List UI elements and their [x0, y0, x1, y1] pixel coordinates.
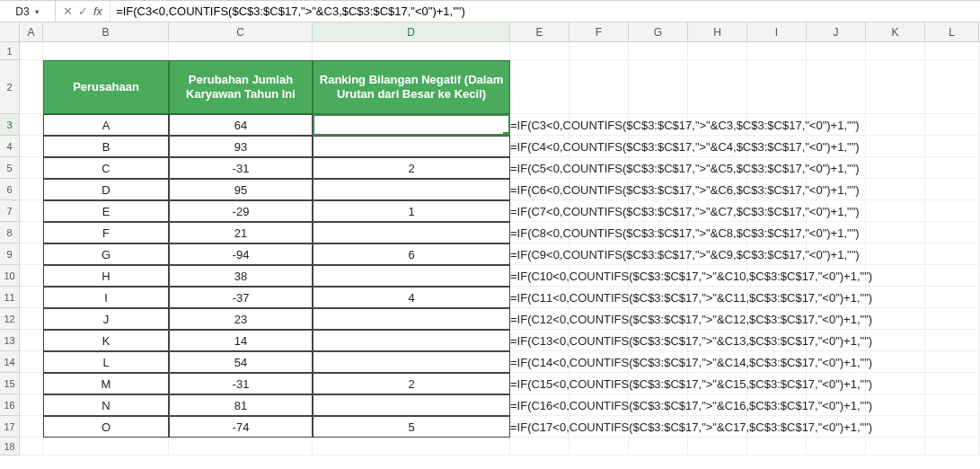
cell-A13[interactable] [20, 330, 43, 351]
cell-A10[interactable] [20, 265, 43, 287]
cell-L16[interactable] [925, 394, 979, 416]
col-header-I[interactable]: I [747, 22, 807, 41]
cell-C8[interactable]: 21 [169, 222, 313, 243]
cell-D14[interactable] [313, 351, 510, 373]
cell-K11[interactable] [866, 287, 925, 308]
cell-L11[interactable] [925, 287, 979, 308]
cell-I18[interactable] [747, 438, 807, 456]
cell-K7[interactable] [866, 200, 925, 222]
cell-D18[interactable] [313, 438, 510, 456]
cell-K6[interactable] [866, 179, 925, 200]
cell-C5[interactable]: -31 [169, 157, 313, 179]
cell-A2[interactable] [20, 60, 43, 114]
cell-L14[interactable] [925, 351, 979, 373]
row-header-14[interactable]: 14 [0, 351, 19, 373]
cell-C14[interactable]: 54 [169, 351, 313, 373]
cell-B1[interactable] [43, 42, 169, 60]
cell-B5[interactable]: C [43, 157, 169, 179]
cell-C17[interactable]: -74 [169, 416, 313, 438]
cell-J1[interactable] [807, 42, 866, 60]
cell-K3[interactable] [866, 114, 925, 136]
table-header-ranking[interactable]: Ranking Bilangan Negatif (Dalam Urutan d… [313, 60, 510, 114]
cell-A4[interactable] [20, 136, 43, 157]
cell-K4[interactable] [866, 136, 925, 157]
row-header-1[interactable]: 1 [0, 42, 19, 60]
cell-A3[interactable] [20, 114, 43, 136]
row-header-8[interactable]: 8 [0, 222, 19, 243]
cell-C12[interactable]: 23 [169, 308, 313, 330]
cell-L12[interactable] [925, 308, 979, 330]
cell-L10[interactable] [925, 265, 979, 287]
cell-B13[interactable]: K [43, 330, 169, 351]
cell-D7[interactable]: 1 [313, 200, 510, 222]
cell-F1[interactable] [569, 42, 629, 60]
cell-K16[interactable] [866, 394, 925, 416]
cell-B14[interactable]: L [43, 351, 169, 373]
cell-A18[interactable] [20, 438, 43, 456]
cell-K12[interactable] [866, 308, 925, 330]
cell-L17[interactable] [925, 416, 979, 438]
cell-D11[interactable]: 4 [313, 287, 510, 308]
cell-K15[interactable] [866, 373, 925, 394]
cell-D17[interactable]: 5 [313, 416, 510, 438]
cell-D12[interactable] [313, 308, 510, 330]
col-header-H[interactable]: H [688, 22, 747, 41]
name-box[interactable]: D3 ▾ [0, 1, 56, 22]
cell-B16[interactable]: N [43, 394, 169, 416]
cell-K5[interactable] [866, 157, 925, 179]
cell-E1[interactable] [510, 42, 569, 60]
cell-D6[interactable] [313, 179, 510, 200]
cell-A12[interactable] [20, 308, 43, 330]
cell-A16[interactable] [20, 394, 43, 416]
cell-A11[interactable] [20, 287, 43, 308]
spreadsheet-grid[interactable]: A B C D E F G H I J K L 1 2 3 4 5 6 7 8 … [0, 22, 980, 469]
cell-L9[interactable] [925, 243, 979, 265]
row-header-12[interactable]: 12 [0, 308, 19, 330]
cell-A7[interactable] [20, 200, 43, 222]
cell-K18[interactable] [866, 438, 925, 456]
cell-A6[interactable] [20, 179, 43, 200]
cell-D4[interactable] [313, 136, 510, 157]
formula-input[interactable] [110, 1, 980, 22]
cell-B18[interactable] [43, 438, 169, 456]
cell-L5[interactable] [925, 157, 979, 179]
col-header-K[interactable]: K [866, 22, 925, 41]
cell-C13[interactable]: 14 [169, 330, 313, 351]
cell-G18[interactable] [629, 438, 688, 456]
col-header-J[interactable]: J [807, 22, 866, 41]
col-header-A[interactable]: A [20, 22, 43, 41]
cell-I2[interactable] [747, 60, 807, 114]
cell-C9[interactable]: -94 [169, 243, 313, 265]
cell-K9[interactable] [866, 243, 925, 265]
cell-C4[interactable]: 93 [169, 136, 313, 157]
cell-D5[interactable]: 2 [313, 157, 510, 179]
cell-B9[interactable]: G [43, 243, 169, 265]
cell-H2[interactable] [688, 60, 747, 114]
row-header-13[interactable]: 13 [0, 330, 19, 351]
accept-icon[interactable]: ✓ [78, 4, 88, 18]
cell-B11[interactable]: I [43, 287, 169, 308]
cell-L18[interactable] [925, 438, 979, 456]
row-header-15[interactable]: 15 [0, 373, 19, 394]
cell-C6[interactable]: 95 [169, 179, 313, 200]
cell-D15[interactable]: 2 [313, 373, 510, 394]
cell-B7[interactable]: E [43, 200, 169, 222]
col-header-L[interactable]: L [925, 22, 979, 41]
cell-A8[interactable] [20, 222, 43, 243]
col-header-G[interactable]: G [629, 22, 688, 41]
cell-L8[interactable] [925, 222, 979, 243]
fx-icon[interactable]: fx [93, 4, 102, 18]
cell-C3[interactable]: 64 [169, 114, 313, 136]
cell-F2[interactable] [569, 60, 629, 114]
cell-D13[interactable] [313, 330, 510, 351]
cell-J18[interactable] [807, 438, 866, 456]
cell-A17[interactable] [20, 416, 43, 438]
cell-B8[interactable]: F [43, 222, 169, 243]
cell-B12[interactable]: J [43, 308, 169, 330]
cell-C11[interactable]: -37 [169, 287, 313, 308]
cell-B4[interactable]: B [43, 136, 169, 157]
name-box-dropdown-icon[interactable]: ▾ [35, 7, 40, 16]
cell-D8[interactable] [313, 222, 510, 243]
cell-C16[interactable]: 81 [169, 394, 313, 416]
table-header-perubahan[interactable]: Perubahan Jumlah Karyawan Tahun Ini [169, 60, 313, 114]
